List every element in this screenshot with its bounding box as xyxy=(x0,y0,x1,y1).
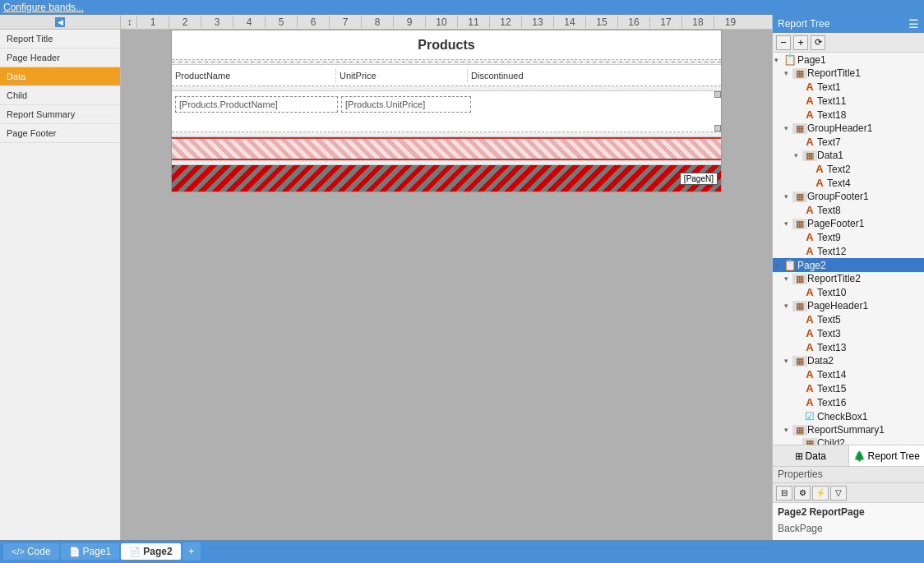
page-number-field[interactable]: [PageN] xyxy=(680,173,718,185)
properties-panel: Properties ⊟ ⚙ ⚡ ▽ Page2 ReportPage Back… xyxy=(773,466,924,540)
tree-expand-button[interactable]: + xyxy=(793,35,808,50)
col-discontinued: Discontinued xyxy=(468,69,599,82)
band-item-child[interactable]: Child xyxy=(0,86,120,105)
band-list: Report TitlePage HeaderDataChildReport S… xyxy=(0,30,120,143)
tree-node-text8[interactable]: AText8 xyxy=(773,203,924,217)
data-field-productname[interactable]: [Products.ProductName] xyxy=(175,96,338,113)
props-btn-2[interactable]: ⚙ xyxy=(794,486,811,501)
group-footer-band xyxy=(172,137,721,160)
tree-collapse-button[interactable]: − xyxy=(776,35,791,50)
report-tree-tab[interactable]: 🌲 Report Tree xyxy=(849,445,925,466)
tree-node-text9[interactable]: AText9 xyxy=(773,230,924,244)
props-btn-3[interactable]: ⚡ xyxy=(812,486,829,501)
tree-refresh-button[interactable]: ⟳ xyxy=(811,35,825,50)
tree-node-page2[interactable]: ▾📋Page2 xyxy=(773,258,924,272)
code-icon: </> xyxy=(12,547,25,556)
code-tab-label: Code xyxy=(27,546,51,557)
props-btn-1[interactable]: ⊟ xyxy=(776,486,792,501)
tree-node-text3[interactable]: AText3 xyxy=(773,326,924,340)
tree-node-text11[interactable]: AText11 xyxy=(773,94,924,108)
page1-tab-label: Page1 xyxy=(83,546,112,557)
report-tree-title: Report Tree xyxy=(778,18,829,30)
report-tree-tab-label: Report Tree xyxy=(868,450,920,462)
props-btn-4[interactable]: ▽ xyxy=(830,486,847,501)
tree-container: ▾📋Page1▾▦ReportTitle1AText1AText11AText1… xyxy=(773,53,924,445)
tree-node-data2[interactable]: ▾▦Data2 xyxy=(773,354,924,367)
band-item-page-header[interactable]: Page Header xyxy=(0,48,120,67)
tree-node-text13[interactable]: AText13 xyxy=(773,340,924,354)
report-tree-settings-icon[interactable]: ☰ xyxy=(908,17,919,30)
page-header-band: ProductName UnitPrice Discontinued xyxy=(172,65,721,86)
band-item-page-footer[interactable]: Page Footer xyxy=(0,124,120,143)
data-tab[interactable]: ⊞ Data xyxy=(773,445,849,466)
tree-node-text10[interactable]: AText10 xyxy=(773,285,924,299)
properties-selected-item: Page2 ReportPage xyxy=(773,503,924,521)
tree-node-text18[interactable]: AText18 xyxy=(773,108,924,122)
tree-node-child2[interactable]: ▦Child2 xyxy=(773,436,924,445)
tree-node-text2[interactable]: AText2 xyxy=(773,162,924,176)
tree-node-text1[interactable]: AText1 xyxy=(773,80,924,94)
col-productname: ProductName xyxy=(172,69,336,82)
design-area: Products ProductName UnitPrice Discontin… xyxy=(121,30,772,540)
tree-node-reportsummary1[interactable]: ▾▦ReportSummary1 xyxy=(773,423,924,436)
tree-node-text14[interactable]: AText14 xyxy=(773,367,924,381)
tree-node-checkbox1[interactable]: ☑CheckBox1 xyxy=(773,409,924,423)
page2-tab-button[interactable]: 📄 Page2 xyxy=(121,543,180,560)
properties-backpage: BackPage xyxy=(773,521,924,536)
report-tree-bottom-tabs: ⊞ Data 🌲 Report Tree xyxy=(773,445,924,466)
page2-tab-label: Page2 xyxy=(143,546,172,557)
data-field-unitprice[interactable]: [Products.UnitPrice] xyxy=(341,96,471,113)
band-item-report-summary[interactable]: Report Summary xyxy=(0,105,120,124)
report-tree-header: Report Tree ☰ xyxy=(773,15,924,33)
col-unitprice: UnitPrice xyxy=(336,69,468,82)
tree-node-text7[interactable]: AText7 xyxy=(773,135,924,149)
add-page-button[interactable]: + xyxy=(182,542,201,561)
tree-node-groupheader1[interactable]: ▾▦GroupHeader1 xyxy=(773,122,924,135)
tree-node-text16[interactable]: AText16 xyxy=(773,395,924,409)
tree-node-page1[interactable]: ▾📋Page1 xyxy=(773,53,924,67)
configure-bands-button[interactable]: Configure bands... xyxy=(3,2,84,13)
page-canvas: Products ProductName UnitPrice Discontin… xyxy=(171,30,722,192)
bottom-tab-bar: </> Code 📄 Page1 📄 Page2 + xyxy=(0,540,924,563)
properties-header: Properties xyxy=(773,467,924,483)
tree-node-reporttitle1[interactable]: ▾▦ReportTitle1 xyxy=(773,67,924,80)
data-tab-label: Data xyxy=(806,450,826,462)
page1-icon: 📄 xyxy=(69,547,81,557)
resize-handle-left[interactable]: ◀ xyxy=(55,17,65,27)
tree-node-groupfooter1[interactable]: ▾▦GroupFooter1 xyxy=(773,190,924,203)
report-title-band: Products xyxy=(172,30,721,60)
tree-node-text5[interactable]: AText5 xyxy=(773,312,924,326)
band-item-data[interactable]: Data xyxy=(0,67,120,86)
tree-node-text15[interactable]: AText15 xyxy=(773,381,924,395)
tree-node-text4[interactable]: AText4 xyxy=(773,176,924,190)
tree-toolbar: − + ⟳ xyxy=(773,33,924,53)
page-title: Products xyxy=(418,38,474,53)
code-tab-button[interactable]: </> Code xyxy=(3,543,59,560)
data-tab-icon: ⊞ xyxy=(795,450,803,462)
page1-tab-button[interactable]: 📄 Page1 xyxy=(61,543,120,560)
tree-node-pagefooter1[interactable]: ▾▦PageFooter1 xyxy=(773,217,924,230)
tree-node-text12[interactable]: AText12 xyxy=(773,244,924,258)
tree-node-data1[interactable]: ▾▦Data1 xyxy=(773,149,924,162)
page-footer-band: [PageN] xyxy=(172,165,721,192)
tree-node-pageheader1[interactable]: ▾▦PageHeader1 xyxy=(773,299,924,312)
data-band: [Products.ProductName] [Products.UnitPri… xyxy=(172,91,721,132)
band-item-report-title[interactable]: Report Title xyxy=(0,30,120,48)
properties-toolbar: ⊟ ⚙ ⚡ ▽ xyxy=(773,483,924,503)
report-tree-tab-icon: 🌲 xyxy=(853,450,866,462)
tree-node-reporttitle2[interactable]: ▾▦ReportTitle2 xyxy=(773,272,924,285)
page2-icon: 📄 xyxy=(129,547,141,557)
